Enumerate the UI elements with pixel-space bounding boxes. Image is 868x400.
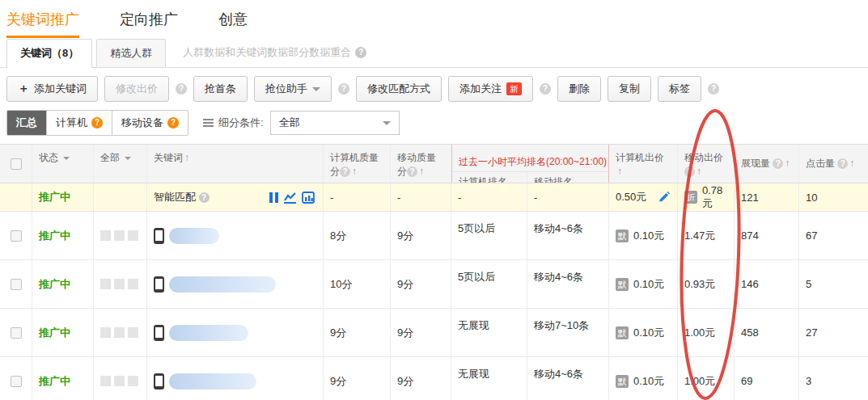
tag-button[interactable]: 标签 (658, 76, 701, 102)
table-row: 推广中 8分 9分 5页以后 移动4~6条 默 0.10元 1.47元 874 … (0, 212, 868, 260)
sort-asc-icon[interactable]: ↑ (785, 157, 790, 171)
help-icon[interactable]: ? (708, 83, 719, 95)
col-impressions[interactable]: 展现量 ?↑ (735, 145, 799, 183)
subtab-audience[interactable]: 精选人群 (96, 39, 166, 67)
help-icon[interactable]: ? (91, 117, 103, 128)
help-icon[interactable]: ? (167, 117, 179, 128)
mobile-rank-value: 移动4~6条 (527, 260, 609, 308)
subtab-keywords[interactable]: 关键词（8） (6, 39, 92, 68)
mobile-bid-value: 1.00元 (678, 309, 735, 356)
col-clicks[interactable]: 点击量 ?↑ (799, 145, 868, 183)
smart-match-label: 智能匹配 (154, 190, 196, 204)
copy-button[interactable]: 复制 (608, 76, 651, 102)
redacted-keyword (169, 276, 276, 293)
grab-assistant-button[interactable]: 抢位助手 (254, 76, 332, 102)
row-checkbox[interactable] (11, 376, 22, 387)
computer-rank-value: - (451, 183, 527, 211)
col-all[interactable]: 全部 (94, 145, 147, 183)
sort-asc-icon[interactable]: ↑ (184, 152, 189, 163)
col-keyword-label: 关键词 (154, 152, 183, 163)
mobile-quality-value: 9分 (391, 212, 451, 259)
col-rank-group: 过去一小时平均排名(20:00~21:00) 计算机排名 移动排名 (451, 145, 609, 183)
mobile-bid-value: 1.47元 (678, 212, 735, 259)
modify-bid-button[interactable]: 修改出价 (104, 76, 169, 102)
col-status[interactable]: 状态 (32, 145, 94, 183)
col-computer-quality[interactable]: 计算机质量分?↑ (324, 145, 391, 183)
add-watch-button[interactable]: 添加关注 新 (448, 76, 533, 102)
col-mobile-quality[interactable]: 移动质量分?↑ (391, 145, 451, 183)
segment-computer-label: 计算机 (56, 116, 87, 130)
help-icon[interactable]: ? (338, 83, 349, 95)
help-icon[interactable]: ? (407, 166, 417, 177)
help-icon[interactable]: ? (684, 166, 695, 177)
col-rank-group-label: 过去一小时平均排名(20:00~21:00) (452, 151, 608, 172)
device-indicator-icon (100, 230, 138, 241)
computer-bid-value: 0.10元 (633, 374, 664, 389)
clicks-value: 67 (799, 212, 868, 259)
redacted-keyword (169, 325, 248, 341)
computer-bid-value: 0.10元 (633, 229, 664, 243)
help-icon[interactable]: ? (773, 158, 783, 169)
sort-asc-icon[interactable]: ↑ (352, 166, 357, 177)
tab-targeted-promotion[interactable]: 定向推广 (120, 10, 178, 38)
help-icon[interactable]: ? (540, 83, 551, 95)
computer-rank-value: 无展现 (451, 309, 527, 356)
row-checkbox[interactable] (11, 327, 22, 339)
grab-first-button[interactable]: 抢首条 (193, 76, 248, 102)
computer-quality-value: 9分 (324, 357, 391, 400)
bar-chart-icon[interactable] (302, 192, 315, 204)
modify-match-button[interactable]: 修改匹配方式 (356, 76, 442, 102)
sort-asc-icon[interactable]: ↑ (697, 166, 701, 177)
new-badge: 新 (506, 82, 522, 95)
chevron-down-icon (312, 87, 320, 91)
clicks-value: 3 (799, 357, 868, 400)
segment-summary[interactable]: 汇总 (7, 111, 47, 135)
tab-creative[interactable]: 创意 (218, 10, 248, 38)
col-all-label: 全部 (100, 152, 120, 163)
col-keyword[interactable]: 关键词↑ (147, 145, 324, 183)
help-icon[interactable]: ? (340, 166, 350, 177)
keyword-promotion-page: 关键词推广 定向推广 创意 关键词（8） 精选人群 人群数据和关键词数据部分数据… (0, 0, 868, 400)
segment-mobile[interactable]: 移动设备 ? (112, 111, 188, 135)
help-icon[interactable]: ? (199, 192, 210, 203)
phone-icon (154, 325, 164, 341)
help-icon[interactable]: ? (176, 83, 187, 95)
col-impressions-label: 展现量 (741, 157, 770, 171)
add-keyword-button[interactable]: ＋ 添加关键词 (6, 76, 98, 102)
col-computer-bid[interactable]: 计算机出价 ↑ (609, 145, 678, 183)
computer-quality-value: - (324, 183, 391, 211)
table-header: 状态 全部 关键词↑ 计算机质量分?↑ 移动质量分?↑ 过去一小时平均排名(20… (0, 145, 868, 183)
help-icon[interactable]: ? (355, 47, 366, 58)
sort-asc-icon[interactable]: ↑ (419, 166, 424, 177)
status-badge: 推广中 (39, 374, 70, 389)
col-mobile-bid[interactable]: 移动出价 ?↑ (678, 145, 735, 183)
delete-button[interactable]: 删除 (557, 76, 601, 102)
col-mobile-rank[interactable]: 移动排名 (527, 172, 608, 183)
default-bid-badge: 默 (616, 229, 629, 242)
segment-mobile-label: 移动设备 (121, 116, 163, 130)
tab-keyword-promotion[interactable]: 关键词推广 (6, 10, 79, 38)
row-checkbox[interactable] (11, 230, 22, 242)
computer-rank-value: 5页以后 (451, 212, 527, 259)
mobile-rank-value: 移动4~6条 (527, 212, 609, 259)
mobile-rank-value: - (527, 183, 609, 211)
segment-computer[interactable]: 计算机 ? (47, 111, 112, 135)
trend-chart-icon[interactable] (283, 192, 297, 204)
filter-bar: 汇总 计算机 ? 移动设备 ? 细分条件: 全部 (0, 109, 868, 144)
edit-bid-icon[interactable] (658, 191, 671, 204)
sort-asc-icon[interactable]: ↑ (849, 157, 854, 171)
condition-dropdown[interactable]: 全部 (270, 111, 400, 135)
pause-icon[interactable] (269, 192, 278, 203)
row-checkbox[interactable] (11, 279, 22, 290)
sort-asc-icon[interactable]: ↑ (617, 166, 622, 177)
table-row: 推广中 10分 9分 5页以后 移动4~6条 默 0.10元 0.93元 146… (0, 260, 868, 309)
computer-rank-value: 无展现 (451, 357, 527, 400)
mobile-rank-value: 移动4~6条 (527, 357, 609, 400)
col-computer-rank[interactable]: 计算机排名 (452, 172, 527, 183)
chevron-down-icon (383, 121, 391, 125)
device-indicator-icon (100, 279, 138, 289)
mobile-bid-value: 1.00元 (678, 357, 735, 400)
mobile-quality-value: 9分 (391, 357, 451, 400)
select-all-checkbox[interactable] (11, 158, 22, 170)
help-icon[interactable]: ? (837, 158, 848, 169)
